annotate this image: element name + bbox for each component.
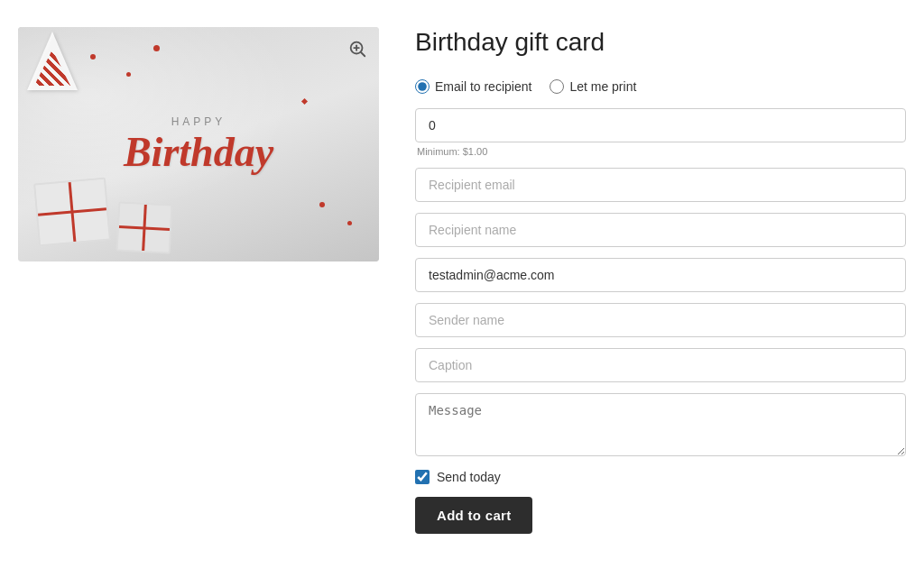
- caption-group: [415, 348, 906, 382]
- confetti-dot: [301, 98, 308, 105]
- confetti-dot: [319, 202, 325, 207]
- recipient-email-group: [415, 168, 906, 202]
- amount-input[interactable]: [415, 108, 906, 142]
- recipient-name-input[interactable]: [415, 213, 906, 247]
- svg-line-1: [361, 52, 365, 56]
- confetti-dot: [153, 45, 160, 51]
- send-today-label[interactable]: Send today: [437, 470, 501, 484]
- add-to-cart-button[interactable]: Add to cart: [415, 497, 532, 534]
- confetti-dot: [90, 54, 96, 60]
- sender-email-input[interactable]: [415, 258, 906, 292]
- page-container: HAPPY Birthday Birthday gift card Email …: [0, 0, 924, 561]
- message-group: [415, 393, 906, 459]
- let-me-print-label: Let me print: [569, 79, 636, 94]
- right-column: Birthday gift card Email to recipient Le…: [415, 27, 906, 534]
- gift-box-decoration: [33, 178, 111, 247]
- delivery-options: Email to recipient Let me print: [415, 79, 906, 94]
- card-text-content: HAPPY Birthday: [124, 115, 273, 173]
- minimum-label: Minimum: $1.00: [417, 146, 906, 157]
- sender-email-group: [415, 258, 906, 292]
- recipient-email-input[interactable]: [415, 168, 906, 202]
- let-me-print-option[interactable]: Let me print: [550, 79, 636, 94]
- send-today-checkbox[interactable]: [415, 470, 430, 484]
- let-me-print-radio[interactable]: [550, 79, 564, 94]
- confetti-dot: [126, 72, 131, 77]
- message-textarea[interactable]: [415, 393, 906, 456]
- zoom-icon[interactable]: [345, 36, 370, 61]
- sender-name-input[interactable]: [415, 303, 906, 337]
- left-column: HAPPY Birthday: [18, 27, 379, 261]
- happy-text: HAPPY: [124, 115, 273, 128]
- amount-group: Minimum: $1.00: [415, 108, 906, 157]
- caption-input[interactable]: [415, 348, 906, 382]
- confetti-dot: [347, 221, 352, 225]
- product-title: Birthday gift card: [415, 27, 906, 58]
- recipient-name-group: [415, 213, 906, 247]
- gift-card-image: HAPPY Birthday: [18, 27, 379, 261]
- birthday-text: Birthday: [124, 132, 273, 173]
- email-to-recipient-option[interactable]: Email to recipient: [415, 79, 531, 94]
- sender-name-group: [415, 303, 906, 337]
- send-today-row: Send today: [415, 470, 906, 484]
- email-to-recipient-radio[interactable]: [415, 79, 430, 94]
- party-hat-decoration: [27, 32, 78, 90]
- gift-box-decoration: [116, 201, 173, 253]
- email-to-recipient-label: Email to recipient: [435, 79, 531, 94]
